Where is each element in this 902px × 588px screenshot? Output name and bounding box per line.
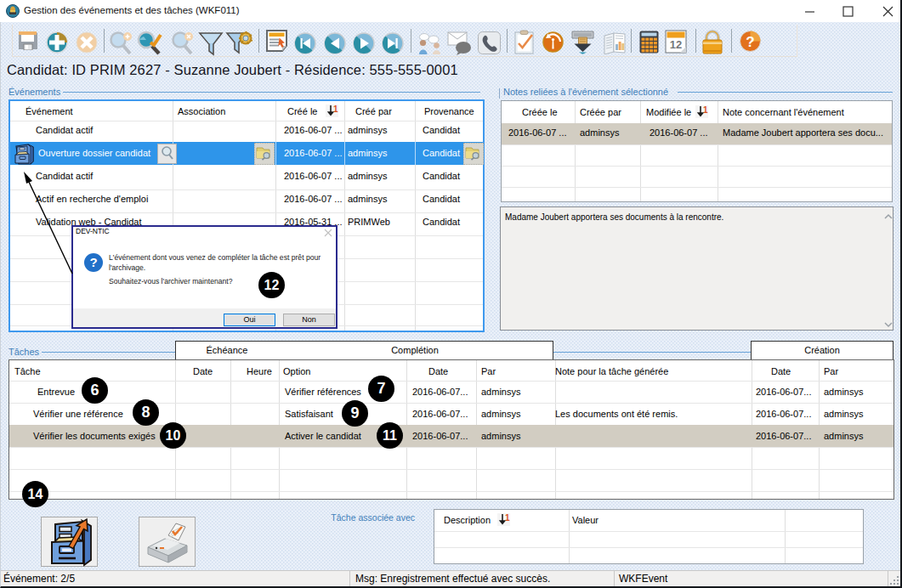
svg-text:?: ? [746,34,754,50]
svg-text:12: 12 [670,38,682,51]
svg-text:1: 1 [333,105,338,114]
svg-text:1: 1 [703,105,708,115]
svg-text:1: 1 [505,513,510,523]
